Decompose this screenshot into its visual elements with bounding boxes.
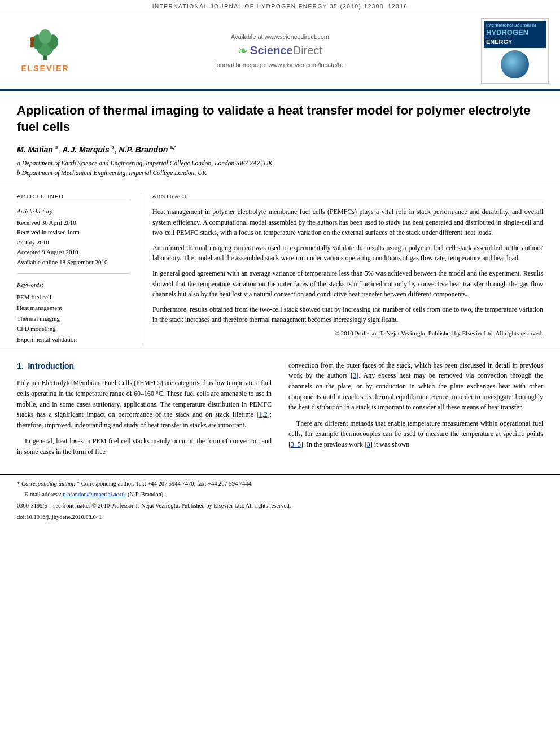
received-revised-label: Received in revised form — [17, 228, 129, 238]
corresponding-contact: * Corresponding author. Tel.: +44 207 59… — [77, 480, 253, 487]
doi-text: doi:10.1016/j.ijhydene.2010.08.041 — [17, 514, 102, 520]
abstract-paragraph3: In general good agreement with an averag… — [152, 268, 543, 300]
hydrogen-energy-logo: International Journal of HYDROGEN ENERGY — [481, 18, 549, 84]
journal-header: International Journal of Hydrogen Energy… — [0, 0, 560, 12]
article-title-section: Application of thermal imaging to valida… — [0, 91, 560, 185]
ref-1[interactable]: 1,2 — [259, 410, 268, 418]
intro-paragraph2-cont: convection from the outer faces of the s… — [288, 360, 543, 413]
abstract-paragraph1: Heat management in polymer electrolyte m… — [152, 207, 543, 238]
keyword2: Heat management — [17, 303, 129, 313]
section-title: Introduction — [28, 361, 74, 370]
author2-sup: b — [112, 145, 115, 150]
he-title-line1: International Journal of — [486, 23, 544, 28]
affiliation-a: a Department of Earth Science and Engine… — [17, 159, 543, 168]
body-section: 1. Introduction Polymer Electrolyte Memb… — [0, 351, 560, 474]
doi-line: doi:10.1016/j.ijhydene.2010.08.041 — [17, 513, 543, 522]
body-two-col: 1. Introduction Polymer Electrolyte Memb… — [17, 360, 543, 463]
journal-header-text: International Journal of Hydrogen Energy… — [152, 3, 408, 10]
svg-point-5 — [30, 37, 34, 41]
author3: N.P. Brandon — [119, 145, 168, 154]
footer-section: * Corresponding author. * Corresponding … — [0, 474, 560, 530]
intro-heading: 1. Introduction — [17, 360, 272, 373]
intro-paragraph1: Polymer Electrolyte Membrane Fuel Cells … — [17, 378, 272, 430]
keyword3: Thermal imaging — [17, 313, 129, 324]
sciencedirect-logo: ❧ ScienceDirect — [79, 43, 481, 58]
available-online: Available online 18 September 2010 — [17, 257, 129, 268]
publisher-header: ELSEVIER Available at www.sciencedirect.… — [0, 12, 560, 91]
email-line: E-mail address: n.brandon@imperial.ac.uk… — [17, 490, 543, 500]
abstract-paragraph2: An infrared thermal imaging camera was u… — [152, 243, 543, 264]
abstract-label: Abstract — [152, 193, 543, 202]
keyword1: PEM fuel cell — [17, 292, 129, 303]
author2: A.J. Marquis — [62, 145, 109, 154]
article-title: Application of thermal imaging to valida… — [17, 102, 543, 136]
ref-3b[interactable]: 3 — [367, 440, 370, 448]
email-label: E-mail address: — [24, 491, 62, 497]
corresponding-label: Corresponding author. — [21, 480, 75, 487]
copyright-line: 0360-3199/$ – see front matter © 2010 Pr… — [17, 501, 543, 511]
body-left-col: 1. Introduction Polymer Electrolyte Memb… — [17, 360, 272, 463]
sciencedirect-label: ScienceDirect — [250, 44, 322, 57]
received-date: Received 30 April 2010 — [17, 218, 129, 228]
ref-3[interactable]: 3 — [353, 372, 356, 379]
elsevier-tree-icon — [23, 29, 68, 63]
email-link[interactable]: n.brandon@imperial.ac.uk — [63, 491, 126, 497]
article-info-label: Article Info — [17, 193, 129, 202]
keywords-block: Keywords: PEM fuel cell Heat management … — [17, 279, 129, 345]
copyright-text: 0360-3199/$ – see front matter © 2010 Pr… — [17, 503, 291, 509]
corresponding-author-note: * Corresponding author. * Corresponding … — [17, 479, 543, 489]
affiliation-b: b Department of Mechanical Engineering, … — [17, 168, 543, 178]
he-graphic — [501, 50, 529, 78]
keywords-heading: Keywords: — [17, 279, 129, 290]
keyword5: Experimental validation — [17, 334, 129, 345]
intro-paragraph2: In general, heat loses in PEM fuel cell … — [17, 436, 272, 457]
elsevier-label: ELSEVIER — [21, 64, 69, 73]
intro-paragraph3: There are different methods that enable … — [288, 418, 543, 450]
abstract-column: Abstract Heat management in polymer elec… — [141, 193, 543, 345]
he-title-line2: HYDROGEN — [486, 28, 544, 38]
article-info-column: Article Info Article history: Received 3… — [17, 193, 141, 345]
journal-url: journal homepage: www.elsevier.com/locat… — [79, 62, 481, 68]
author1: M. Matian — [17, 145, 53, 154]
elsevier-logo: ELSEVIER — [11, 29, 79, 73]
keyword4: CFD modelling — [17, 324, 129, 334]
accepted-date: Accepted 9 August 2010 — [17, 247, 129, 257]
article-authors: M. Matian a, A.J. Marquis b, N.P. Brando… — [17, 145, 543, 154]
svg-rect-6 — [30, 41, 34, 47]
svg-point-4 — [39, 29, 51, 44]
abstract-paragraph4: Furthermore, results obtained from the t… — [152, 304, 543, 325]
revised-date: 27 July 2010 — [17, 238, 129, 248]
he-title: International Journal of HYDROGEN ENERGY — [484, 21, 546, 48]
section-number: 1. — [17, 361, 24, 370]
history-heading: Article history: — [17, 207, 129, 217]
article-info-abstract-section: Article Info Article history: Received 3… — [0, 184, 560, 351]
sciencedirect-section: Available at www.sciencedirect.com ❧ Sci… — [79, 33, 481, 68]
author1-sup: a — [55, 145, 58, 150]
abstract-copyright: © 2010 Professor T. Nejat Veziroglu. Pub… — [152, 330, 543, 337]
he-title-line3: ENERGY — [486, 38, 544, 46]
sd-leaf-icon: ❧ — [238, 43, 248, 58]
email-name: (N.P. Brandon). — [128, 491, 165, 497]
star-symbol: * — [17, 480, 21, 487]
ref-3-5[interactable]: 3–5 — [291, 440, 301, 448]
available-text: Available at www.sciencedirect.com — [79, 33, 481, 40]
affiliations: a Department of Earth Science and Engine… — [17, 159, 543, 178]
article-history: Article history: Received 30 April 2010 … — [17, 207, 129, 274]
author3-sup: a,* — [170, 145, 176, 150]
body-right-col: convection from the outer faces of the s… — [288, 360, 543, 463]
